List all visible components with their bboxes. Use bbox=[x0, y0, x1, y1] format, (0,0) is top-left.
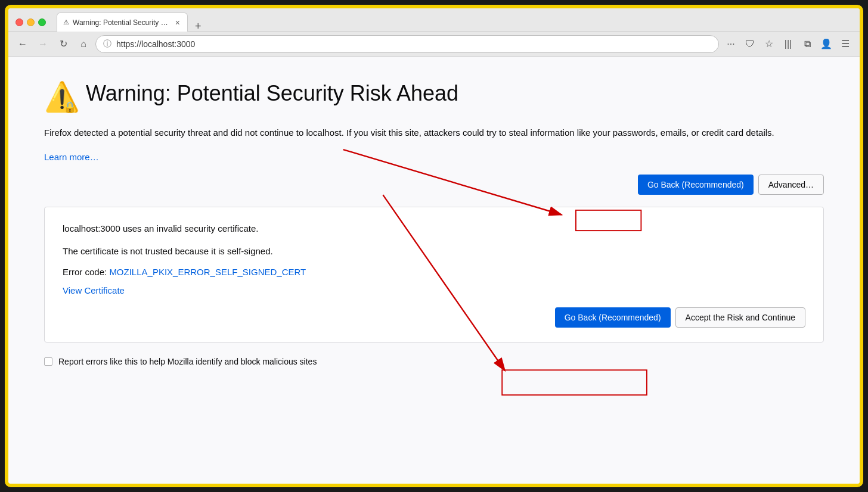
report-row: Report errors like this to help Mozilla … bbox=[44, 357, 824, 366]
accept-risk-button[interactable]: Accept the Risk and Continue bbox=[675, 307, 805, 328]
address-security-icon: ⓘ bbox=[103, 39, 111, 49]
navigation-bar: ← → ↻ ⌂ ⓘ https://localhost:3000 ··· 🛡 ☆… bbox=[8, 31, 860, 56]
report-label: Report errors like this to help Mozilla … bbox=[58, 357, 317, 366]
report-checkbox[interactable] bbox=[44, 357, 52, 366]
main-button-row: Go Back (Recommended) Advanced… bbox=[44, 175, 824, 195]
back-button[interactable]: ← bbox=[14, 36, 31, 52]
new-tab-button[interactable]: + bbox=[190, 21, 206, 32]
bookmark-button[interactable]: ☆ bbox=[761, 36, 777, 52]
tab-warning-icon: ⚠ bbox=[63, 18, 69, 26]
tab-bar: ⚠ Warning: Potential Security Ris… × + bbox=[57, 13, 852, 32]
advanced-text-2: The certificate is not trusted because i… bbox=[63, 244, 805, 259]
error-code-line: Error code: MOZILLA_PKIX_ERROR_SELF_SIGN… bbox=[63, 267, 805, 277]
page-title: Warning: Potential Security Risk Ahead bbox=[86, 80, 458, 106]
more-options-button[interactable]: ··· bbox=[723, 36, 739, 52]
view-certificate-link[interactable]: View Certificate bbox=[63, 285, 805, 295]
tab-title: Warning: Potential Security Ris… bbox=[73, 18, 170, 27]
forward-button[interactable]: → bbox=[35, 36, 51, 52]
tab-close-icon[interactable]: × bbox=[174, 18, 181, 27]
warning-header: ⚠️ 🔒 Warning: Potential Security Risk Ah… bbox=[44, 80, 824, 111]
advanced-button[interactable]: Advanced… bbox=[758, 175, 824, 195]
warning-description: Firefox detected a potential security th… bbox=[44, 126, 824, 140]
close-button[interactable] bbox=[16, 18, 23, 26]
minimize-button[interactable] bbox=[27, 18, 35, 26]
home-button[interactable]: ⌂ bbox=[75, 36, 92, 52]
lock-icon: 🔒 bbox=[63, 101, 76, 114]
error-code-link[interactable]: MOZILLA_PKIX_ERROR_SELF_SIGNED_CERT bbox=[109, 267, 306, 277]
nav-actions: ··· 🛡 ☆ ||| ⧉ 👤 ☰ bbox=[723, 36, 854, 52]
advanced-go-back-button[interactable]: Go Back (Recommended) bbox=[555, 307, 671, 328]
go-back-recommended-button[interactable]: Go Back (Recommended) bbox=[638, 175, 754, 195]
reload-button[interactable]: ↻ bbox=[55, 36, 72, 52]
error-label: Error code: bbox=[63, 267, 109, 277]
address-bar: ⓘ https://localhost:3000 bbox=[95, 35, 719, 53]
active-tab[interactable]: ⚠ Warning: Potential Security Ris… × bbox=[57, 13, 188, 32]
menu-button[interactable]: ☰ bbox=[837, 36, 854, 52]
address-text[interactable]: https://localhost:3000 bbox=[116, 39, 711, 49]
advanced-section: localhost:3000 uses an invalid security … bbox=[44, 207, 824, 342]
maximize-button[interactable] bbox=[38, 18, 46, 26]
page-content: ⚠️ 🔒 Warning: Potential Security Risk Ah… bbox=[8, 57, 860, 487]
advanced-text-1: localhost:3000 uses an invalid security … bbox=[63, 222, 805, 236]
learn-more-link[interactable]: Learn more… bbox=[44, 152, 99, 162]
window-controls bbox=[16, 18, 46, 26]
warning-icon-wrap: ⚠️ 🔒 bbox=[44, 80, 74, 111]
pocket-button[interactable]: 🛡 bbox=[742, 36, 758, 52]
tab-view-button[interactable]: ⧉ bbox=[799, 36, 816, 52]
account-button[interactable]: 👤 bbox=[818, 36, 835, 52]
sidebar-button[interactable]: ||| bbox=[780, 36, 796, 52]
advanced-button-row: Go Back (Recommended) Accept the Risk an… bbox=[63, 307, 805, 328]
